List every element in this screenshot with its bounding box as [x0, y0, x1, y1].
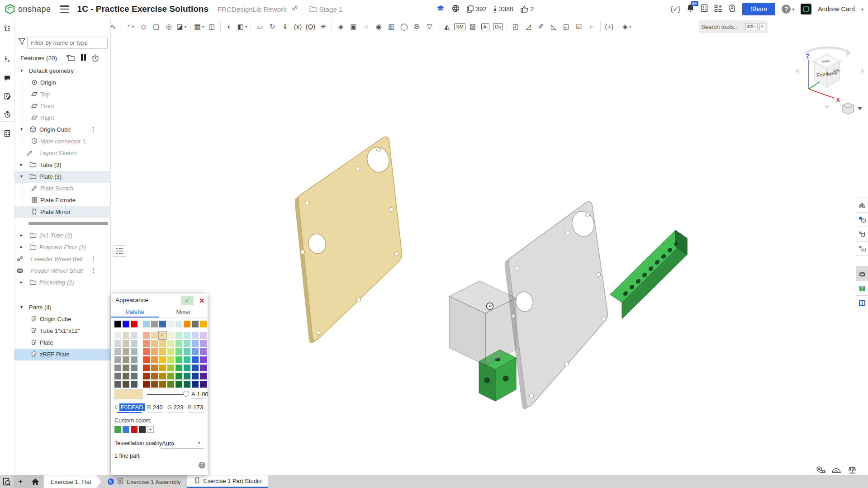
breadcrumb[interactable]: Stage 1 [309, 5, 343, 13]
feature-overflow-icon[interactable]: ⋮ [90, 126, 96, 133]
featurescript-search-button[interactable]: (Q) [304, 20, 317, 33]
mate-connector-marker[interactable] [487, 303, 493, 310]
basic-color-swatch[interactable] [175, 321, 182, 327]
feature-overflow-icon[interactable]: ⋮ [90, 267, 96, 274]
expand-caret-icon[interactable]: ▸ [20, 244, 26, 249]
basic-color-swatch[interactable] [131, 321, 138, 327]
custom-feature-robot-button[interactable]: ▣ [347, 20, 360, 33]
workspace-tab-drawing[interactable]: Exercise 1: Flat [44, 475, 101, 488]
draft-button[interactable]: ◪▾ [175, 20, 188, 33]
user-menu-caret-icon[interactable]: ▾ [861, 7, 863, 12]
gray-plate-part[interactable] [505, 202, 608, 409]
tessellation-caret-icon[interactable]: ▾ [198, 441, 200, 445]
color-swatch[interactable] [175, 332, 182, 339]
workspace-tab-assembly[interactable]: ↻ Exercise 1 Assembly [101, 475, 187, 488]
find-tab-button[interactable] [0, 475, 14, 488]
ai-tool-button[interactable]: Ai [479, 20, 492, 33]
basic-color-swatch[interactable] [200, 321, 207, 327]
rollback-handle[interactable] [28, 222, 108, 225]
feature-row[interactable]: Layout Sketch [14, 147, 111, 159]
torus-tool-button[interactable]: ◯ [398, 20, 410, 33]
part-row[interactable]: Plate [14, 337, 111, 349]
feature-row[interactable]: Mate connector 1 [14, 136, 111, 147]
color-swatch[interactable] [151, 381, 158, 388]
color-swatch[interactable] [200, 356, 207, 363]
part-row[interactable]: zREF Plate [14, 349, 111, 360]
feature-row[interactable]: Right [14, 112, 111, 124]
appearance-panel-button[interactable] [856, 198, 868, 213]
color-swatch[interactable] [184, 373, 190, 379]
home-tab-button[interactable] [28, 475, 43, 488]
color-swatch[interactable] [192, 356, 199, 363]
design-standard-button[interactable]: Ds [492, 20, 504, 33]
alpha-slider[interactable] [147, 394, 187, 395]
configuration-panel-button[interactable] [856, 212, 868, 227]
appearance-accept-button[interactable]: ✓ [181, 296, 194, 305]
custom-color-swatch[interactable] [123, 426, 129, 433]
blue-field[interactable]: B 173 [188, 404, 203, 411]
brush-feature-button[interactable]: ✐ [535, 20, 547, 33]
feature-row[interactable]: Front [14, 100, 111, 112]
bend-feature-button[interactable]: ◿ [522, 20, 535, 33]
view-options-button[interactable] [843, 103, 862, 114]
gray-swatch[interactable] [114, 381, 121, 388]
color-swatch[interactable] [192, 365, 199, 371]
basic-color-swatch[interactable] [184, 321, 190, 327]
color-swatch[interactable] [167, 340, 174, 347]
search-tools[interactable]: Search tools... alt/~ c [699, 20, 768, 33]
color-swatch[interactable] [159, 348, 166, 355]
basic-color-swatch[interactable] [123, 321, 129, 327]
tab-feature-button[interactable]: ◰ [509, 20, 522, 33]
split-button[interactable]: ◧▾ [236, 20, 248, 33]
corner-feature-button[interactable]: ◱ [560, 20, 573, 33]
public-icon[interactable] [452, 5, 460, 14]
feature-flow-button[interactable] [1, 23, 13, 34]
color-swatch[interactable] [175, 340, 182, 347]
color-swatch[interactable] [167, 332, 174, 339]
filter-icon[interactable] [18, 38, 26, 47]
color-swatch[interactable] [192, 348, 199, 355]
shell-button[interactable]: ▢ [150, 20, 162, 33]
create-folder-icon[interactable] [66, 54, 75, 62]
color-swatch[interactable] [184, 356, 190, 363]
feature-statistics-icon[interactable] [91, 54, 99, 63]
alpha-slider-knob[interactable] [183, 391, 189, 397]
feature-row[interactable]: Feeeder Wheel Belt⋮ [14, 253, 111, 265]
feature-row[interactable]: Plate Mirror [14, 206, 111, 218]
heel-feature-button[interactable]: ◺ [547, 20, 560, 33]
custom-color-swatch[interactable] [131, 426, 138, 433]
hex-field[interactable]: # F0DFAD [114, 404, 145, 411]
primitive-cube-button[interactable]: ◈ [334, 20, 347, 33]
comments-button[interactable] [1, 72, 13, 84]
slab-tool-button[interactable]: ▥ [385, 20, 398, 33]
color-swatch[interactable] [184, 365, 190, 371]
gray-swatch[interactable] [123, 381, 129, 388]
gray-swatch[interactable] [123, 332, 129, 339]
tube-part[interactable] [610, 230, 687, 319]
gray-swatch[interactable] [131, 381, 138, 388]
color-swatch[interactable] [200, 340, 207, 347]
feature-list-flyout-button[interactable] [113, 245, 126, 257]
gray-swatch[interactable] [114, 340, 121, 347]
versions-button[interactable] [1, 53, 13, 65]
checklist-button[interactable] [1, 128, 13, 139]
color-swatch[interactable] [159, 365, 166, 371]
app-store-button[interactable] [714, 5, 722, 14]
color-swatch[interactable] [151, 373, 158, 379]
gray-swatch[interactable] [123, 356, 129, 363]
color-swatch[interactable] [151, 340, 158, 347]
versions-stat[interactable]: 3388 [493, 5, 513, 13]
history-button[interactable] [1, 109, 13, 120]
variables-panel-button[interactable]: (x) [856, 241, 868, 256]
appearance-help-icon[interactable]: ? [199, 462, 205, 469]
color-swatch[interactable] [143, 356, 150, 363]
color-swatch[interactable] [167, 348, 174, 355]
chamfer-button[interactable]: ◇ [137, 20, 150, 33]
feature-row[interactable]: ▾Default geometry [14, 65, 111, 77]
parts-header[interactable]: ▾ Parts (4) [14, 302, 111, 313]
feature-row[interactable]: ▸Tube (3) [14, 159, 111, 171]
split-view-panel-button[interactable] [856, 295, 868, 310]
color-swatch[interactable] [159, 340, 166, 347]
gray-swatch[interactable] [114, 356, 121, 363]
featurescript-status-icon[interactable]: {✓} [671, 5, 680, 13]
